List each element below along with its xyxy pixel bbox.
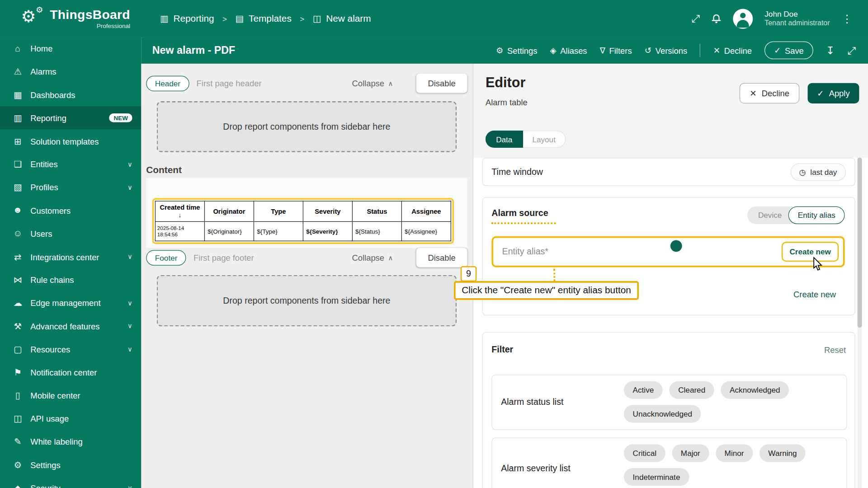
sidebar-item-customers[interactable]: ☻ Customers — [0, 199, 141, 222]
gear-icon: ⚙ — [12, 460, 23, 470]
kebab-menu-icon[interactable]: ⋮ — [841, 12, 852, 25]
alarm-status-list-label: Alarm status list — [501, 397, 563, 407]
cell-type: ${Type} — [254, 221, 303, 241]
editor-scrollbar[interactable] — [858, 158, 862, 488]
sidebar-item-solution-templates[interactable]: ⊞ Solution templates — [0, 130, 141, 153]
tab-layout[interactable]: Layout — [523, 131, 566, 148]
shield-icon: ◆ — [12, 483, 23, 488]
scrollbar-thumb[interactable] — [858, 158, 862, 328]
time-window-button[interactable]: ◷ last day — [790, 163, 846, 181]
alarm-source-label: Alarm source — [491, 208, 556, 224]
entity-alias-input[interactable]: Entity alias* Create new — [491, 236, 844, 267]
chip-major[interactable]: Major — [672, 444, 709, 462]
chip-minor[interactable]: Minor — [716, 444, 753, 462]
toggle-entity-alias[interactable]: Entity alias — [788, 206, 845, 224]
sidebar-item-mobile-center[interactable]: ▯ Mobile center — [0, 384, 141, 407]
click-indicator-dot — [670, 240, 682, 252]
header-section-pill[interactable]: Header — [146, 75, 189, 91]
chevron-up-icon: ∧ — [388, 80, 393, 87]
chip-cleared[interactable]: Cleared — [670, 381, 714, 399]
collapse-footer-button[interactable]: Collapse ∧ — [352, 253, 393, 263]
col-severity[interactable]: Severity — [303, 201, 352, 221]
breadcrumb-new-alarm[interactable]: ◫ New alarm — [313, 13, 371, 24]
sidebar-item-integrations-center[interactable]: ⇄ Integrations center ∨ — [0, 245, 141, 268]
header-section-label: First page header — [197, 79, 262, 88]
sidebar-item-home[interactable]: ⌂ Home — [0, 37, 141, 60]
chevron-down-icon: ∨ — [127, 183, 132, 191]
apply-button[interactable]: ✓ Apply — [807, 83, 859, 103]
integrations-icon: ⇄ — [12, 252, 23, 262]
col-assignee[interactable]: Assignee — [401, 201, 451, 221]
sidebar-item-api-usage[interactable]: ◫ API usage — [0, 407, 141, 430]
download-pdf-icon[interactable]: ↧ — [826, 45, 835, 56]
entities-icon: ❏ — [12, 159, 23, 169]
chip-critical[interactable]: Critical — [624, 444, 665, 462]
sidebar-item-notification-center[interactable]: ⚑ Notification center — [0, 361, 141, 384]
toolbar-fullscreen-icon[interactable]: ⤢ — [847, 45, 856, 56]
user-info[interactable]: John Doe Tenant administrator — [764, 9, 830, 28]
filters-button[interactable]: ∇ Filters — [600, 45, 632, 55]
chip-warning[interactable]: Warning — [760, 444, 806, 462]
logo-text: ThingsBoard Professional — [50, 8, 130, 29]
thingsboard-logo[interactable]: ⚙ ⚙ ThingsBoard Professional — [0, 6, 141, 31]
avatar[interactable] — [733, 9, 753, 28]
decline-button[interactable]: ✕ Decline — [740, 83, 799, 103]
sidebar-item-dashboards[interactable]: ▦ Dashboards — [0, 83, 141, 106]
disable-header-button[interactable]: Disable — [416, 74, 467, 93]
sidebar-item-advanced-features[interactable]: ⚒ Advanced features ∨ — [0, 314, 141, 338]
sidebar-item-edge-management[interactable]: ☁ Edge management ∨ — [0, 291, 141, 314]
breadcrumb-reporting[interactable]: ▥ Reporting — [160, 13, 214, 24]
footer-section-pill[interactable]: Footer — [146, 250, 186, 265]
chip-active[interactable]: Active — [624, 381, 663, 399]
col-originator[interactable]: Originator — [204, 201, 254, 221]
footer-dropzone[interactable]: Drop report components from sidebar here — [157, 275, 457, 327]
sidebar-item-profiles[interactable]: ▧ Profiles ∨ — [0, 176, 141, 199]
create-new-entity-alias-button[interactable]: Create new — [782, 242, 839, 262]
notifications-bell-icon[interactable] — [712, 14, 722, 23]
sidebar-item-rule-chains[interactable]: ⋈ Rule chains — [0, 268, 141, 291]
sidebar-item-users[interactable]: ☺ Users — [0, 222, 141, 245]
save-button[interactable]: ✓ Save — [764, 42, 813, 59]
aliases-button[interactable]: ◈ Aliases — [550, 45, 587, 55]
gear-icon: ⚙ — [21, 8, 36, 25]
create-new-filter-link[interactable]: Create new — [793, 289, 836, 299]
dashboards-icon: ▦ — [12, 89, 23, 100]
header-dropzone[interactable]: Drop report components from sidebar here — [157, 101, 457, 152]
collapse-header-button[interactable]: Collapse ∧ — [352, 79, 393, 88]
alarm-table: Created time ↓ Originator Type Severity … — [155, 201, 451, 241]
bell-dome — [713, 14, 720, 19]
decline-button-toolbar[interactable]: ✕ Decline — [713, 45, 752, 55]
sidebar-item-reporting[interactable]: ▥ Reporting NEW — [0, 107, 141, 130]
chip-unacknowledged[interactable]: Unacknowledged — [624, 405, 701, 422]
top-app-bar: ⚙ ⚙ ThingsBoard Professional ▥ Reporting… — [0, 0, 868, 37]
dropzone-hint: Drop report components from sidebar here — [223, 296, 390, 305]
sidebar-item-alarms[interactable]: ⚠ Alarms — [0, 60, 141, 83]
col-type[interactable]: Type — [254, 201, 303, 221]
sidebar-item-resources[interactable]: ▢ Resources ∨ — [0, 338, 141, 361]
alarm-severity-list-box: Alarm severity list Critical Major Minor… — [491, 438, 847, 488]
settings-button[interactable]: ⚙ Settings — [496, 45, 537, 55]
reset-link[interactable]: Reset — [824, 345, 846, 354]
sidebar-item-white-labeling[interactable]: ✎ White labeling — [0, 430, 141, 453]
breadcrumb-templates[interactable]: ▤ Templates — [235, 13, 291, 24]
rule-chains-icon: ⋈ — [12, 275, 23, 285]
sidebar-item-entities[interactable]: ❏ Entities ∨ — [0, 153, 141, 176]
filter-card: Filter Reset Alarm status list Active Cl… — [482, 332, 855, 488]
versions-button[interactable]: ↺ Versions — [645, 45, 687, 55]
cell-created-time: 2025-08-14 18:54:56 — [155, 221, 204, 241]
toggle-device[interactable]: Device — [747, 206, 793, 224]
alarm-status-chips: Active Cleared Acknowledged Unacknowledg… — [624, 381, 841, 423]
tab-data[interactable]: Data — [486, 131, 523, 148]
customers-icon: ☻ — [12, 206, 23, 216]
col-status[interactable]: Status — [352, 201, 401, 221]
chip-acknowledged[interactable]: Acknowledged — [721, 381, 789, 399]
breadcrumb-label: Templates — [249, 13, 292, 24]
fullscreen-icon[interactable]: ⤢ — [691, 13, 700, 23]
disable-footer-button[interactable]: Disable — [416, 248, 467, 267]
chip-indeterminate[interactable]: Indeterminate — [624, 468, 689, 486]
flag-icon: ⚑ — [12, 367, 23, 378]
alarm-table-component[interactable]: Created time ↓ Originator Type Severity … — [152, 198, 454, 244]
sidebar-item-settings[interactable]: ⚙ Settings — [0, 453, 141, 476]
col-created-time[interactable]: Created time ↓ — [155, 201, 204, 221]
sidebar-item-security[interactable]: ◆ Security ∨ — [0, 476, 141, 488]
